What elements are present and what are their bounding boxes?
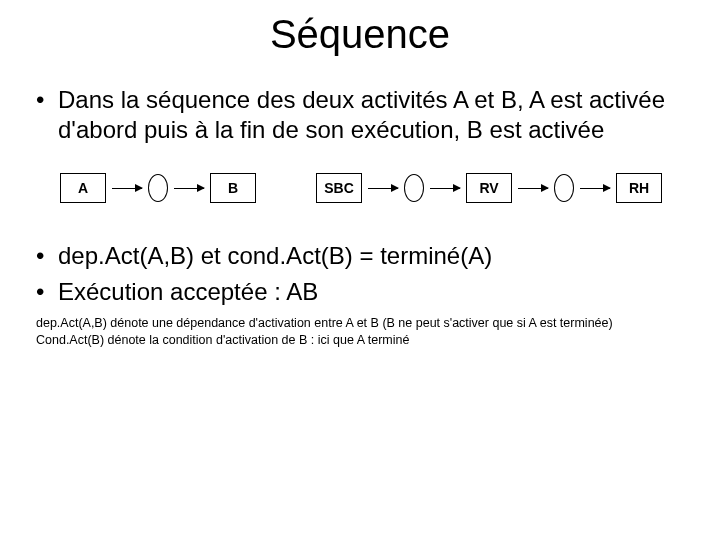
- connector-oval-icon: [148, 174, 168, 202]
- arrow-icon: [174, 188, 204, 189]
- bullet-list-top: Dans la séquence des deux activités A et…: [36, 85, 684, 145]
- connector-oval-icon: [404, 174, 424, 202]
- arrow-icon: [368, 188, 398, 189]
- activity-box-b: B: [210, 173, 256, 203]
- arrow-icon: [430, 188, 460, 189]
- activity-box-sbc: SBC: [316, 173, 362, 203]
- activity-box-rh: RH: [616, 173, 662, 203]
- arrow-icon: [518, 188, 548, 189]
- arrow-icon: [112, 188, 142, 189]
- diagram-group-right: SBC RV RH: [316, 173, 662, 203]
- bullet-item-2: dep.Act(A,B) et cond.Act(B) = terminé(A): [36, 241, 684, 271]
- footnote: dep.Act(A,B) dénote une dépendance d'act…: [36, 315, 684, 349]
- footnote-line-2: Cond.Act(B) dénote la condition d'activa…: [36, 332, 684, 349]
- footnote-line-1: dep.Act(A,B) dénote une dépendance d'act…: [36, 315, 684, 332]
- bullet-list-bottom: dep.Act(A,B) et cond.Act(B) = terminé(A)…: [36, 241, 684, 307]
- sequence-diagram: A B SBC RV RH: [60, 173, 720, 203]
- arrow-icon: [580, 188, 610, 189]
- activity-box-rv: RV: [466, 173, 512, 203]
- bullet-item-1: Dans la séquence des deux activités A et…: [36, 85, 684, 145]
- connector-oval-icon: [554, 174, 574, 202]
- diagram-group-left: A B: [60, 173, 256, 203]
- activity-box-a: A: [60, 173, 106, 203]
- page-title: Séquence: [0, 12, 720, 57]
- bullet-item-3: Exécution acceptée : AB: [36, 277, 684, 307]
- diagram-gap: [266, 188, 306, 189]
